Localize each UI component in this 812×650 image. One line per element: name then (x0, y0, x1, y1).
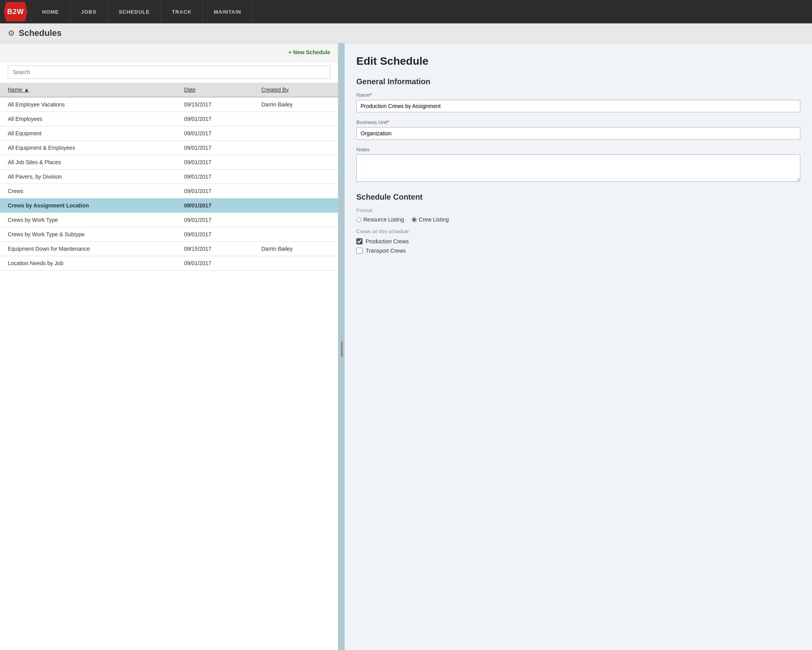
row-name: Crews by Work Type (0, 213, 176, 227)
table-row[interactable]: Crews09/01/2017 (0, 184, 338, 198)
format-group: Format Resource Listing Crew Listing (356, 207, 800, 223)
row-created-by (253, 126, 338, 141)
production-crews-checkbox[interactable] (356, 238, 363, 244)
main-layout: + New Schedule Name ▲ Date Created By Al… (0, 43, 812, 650)
schedule-content-section: Schedule Content Format Resource Listing… (356, 193, 800, 254)
row-date: 09/01/2017 (176, 213, 253, 227)
row-name: Equipment Down for Maintenance (0, 242, 176, 256)
row-name: All Employee Vacations (0, 97, 176, 112)
edit-schedule-title: Edit Schedule (356, 55, 800, 67)
row-date: 09/01/2017 (176, 155, 253, 170)
nav-track[interactable]: TRACK (161, 0, 203, 23)
row-name: All Equipment & Employees (0, 141, 176, 155)
logo[interactable]: B2W (0, 0, 31, 23)
business-unit-label: Business Unit* (356, 119, 800, 125)
transport-crews-checkbox[interactable] (356, 248, 363, 254)
general-info-heading: General Information (356, 77, 800, 86)
format-crew-option[interactable]: Crew Listing (412, 216, 449, 223)
notes-textarea[interactable] (356, 154, 800, 182)
row-name: All Pavers, by Division (0, 170, 176, 184)
row-date: 09/01/2017 (176, 141, 253, 155)
table-row[interactable]: All Employees09/01/2017 (0, 112, 338, 126)
row-date: 09/01/2017 (176, 112, 253, 126)
search-input[interactable] (8, 66, 330, 79)
app-header: B2W HOME JOBS SCHEDULE TRACK MAINTAIN (0, 0, 812, 23)
table-row[interactable]: Crews by Work Type09/01/2017 (0, 213, 338, 227)
row-date: 09/01/2017 (176, 256, 253, 271)
format-crew-radio[interactable] (412, 217, 417, 222)
format-radio-group: Resource Listing Crew Listing (356, 216, 800, 223)
page-title: Schedules (19, 28, 62, 38)
nav-home[interactable]: HOME (31, 0, 70, 23)
table-row[interactable]: All Employee Vacations09/15/2017Darrin B… (0, 97, 338, 112)
schedule-table: Name ▲ Date Created By All Employee Vaca… (0, 83, 338, 650)
business-unit-input[interactable] (356, 127, 800, 140)
panel-divider[interactable] (339, 43, 345, 650)
gear-icon: ⚙ (8, 28, 15, 38)
table-row[interactable]: Location Needs by Job09/01/2017 (0, 256, 338, 271)
row-name: Location Needs by Job (0, 256, 176, 271)
left-panel: + New Schedule Name ▲ Date Created By Al… (0, 43, 339, 650)
page-header: ⚙ Schedules (0, 23, 812, 43)
transport-crews-option[interactable]: Transport Crews (356, 248, 800, 254)
col-header-date[interactable]: Date (176, 83, 253, 97)
format-crew-label: Crew Listing (419, 216, 449, 223)
row-created-by (253, 112, 338, 126)
row-name: Crews by Assignment Location (0, 198, 176, 213)
toolbar: + New Schedule (0, 43, 338, 62)
row-created-by (253, 170, 338, 184)
search-container (0, 62, 338, 83)
row-created-by (253, 256, 338, 271)
notes-label: Notes (356, 147, 800, 152)
table-row[interactable]: Equipment Down for Maintenance09/15/2017… (0, 242, 338, 256)
row-date: 09/01/2017 (176, 227, 253, 242)
table-row[interactable]: All Pavers, by Division09/01/2017 (0, 170, 338, 184)
row-date: 09/01/2017 (176, 170, 253, 184)
row-created-by (253, 227, 338, 242)
table-row[interactable]: Crews by Work Type & Subtype09/01/2017 (0, 227, 338, 242)
row-name: All Job Sites & Places (0, 155, 176, 170)
right-panel: Edit Schedule General Information Name* … (345, 43, 812, 650)
nav-schedule[interactable]: SCHEDULE (108, 0, 161, 23)
name-label: Name* (356, 92, 800, 98)
row-date: 09/15/2017 (176, 97, 253, 112)
main-nav: HOME JOBS SCHEDULE TRACK MAINTAIN (31, 0, 253, 23)
format-label: Format (356, 207, 800, 213)
table-row[interactable]: Crews by Assignment Location09/01/2017 (0, 198, 338, 213)
row-name: Crews (0, 184, 176, 198)
new-schedule-button[interactable]: + New Schedule (288, 49, 330, 55)
schedule-content-heading: Schedule Content (356, 193, 800, 202)
row-date: 09/01/2017 (176, 198, 253, 213)
row-created-by (253, 155, 338, 170)
table-row[interactable]: All Job Sites & Places09/01/2017 (0, 155, 338, 170)
crews-section-label: Crews on this schedule (356, 228, 800, 234)
format-resource-option[interactable]: Resource Listing (356, 216, 404, 223)
logo-text: B2W (7, 8, 24, 16)
row-date: 09/01/2017 (176, 126, 253, 141)
production-crews-option[interactable]: Production Crews (356, 238, 800, 244)
row-date: 09/01/2017 (176, 184, 253, 198)
row-created-by (253, 184, 338, 198)
row-date: 09/15/2017 (176, 242, 253, 256)
format-resource-radio[interactable] (356, 217, 361, 222)
production-crews-label: Production Crews (366, 238, 409, 244)
business-unit-field-group: Business Unit* (356, 119, 800, 140)
row-name: All Equipment (0, 126, 176, 141)
table-row[interactable]: All Equipment09/01/2017 (0, 126, 338, 141)
business-unit-required-marker: * (387, 119, 389, 125)
col-header-name[interactable]: Name ▲ (0, 83, 176, 97)
schedules-list: Name ▲ Date Created By All Employee Vaca… (0, 83, 338, 271)
col-header-created-by[interactable]: Created By (253, 83, 338, 97)
name-input[interactable] (356, 100, 800, 112)
row-created-by (253, 141, 338, 155)
row-created-by: Darrin Bailey (253, 97, 338, 112)
divider-handle (341, 341, 343, 357)
table-header-row: Name ▲ Date Created By (0, 83, 338, 97)
nav-maintain[interactable]: MAINTAIN (203, 0, 253, 23)
name-required-marker: * (370, 92, 372, 98)
table-row[interactable]: All Equipment & Employees09/01/2017 (0, 141, 338, 155)
row-name: All Employees (0, 112, 176, 126)
nav-jobs[interactable]: JOBS (70, 0, 108, 23)
row-created-by: Darrin Bailey (253, 242, 338, 256)
notes-field-group: Notes (356, 147, 800, 183)
